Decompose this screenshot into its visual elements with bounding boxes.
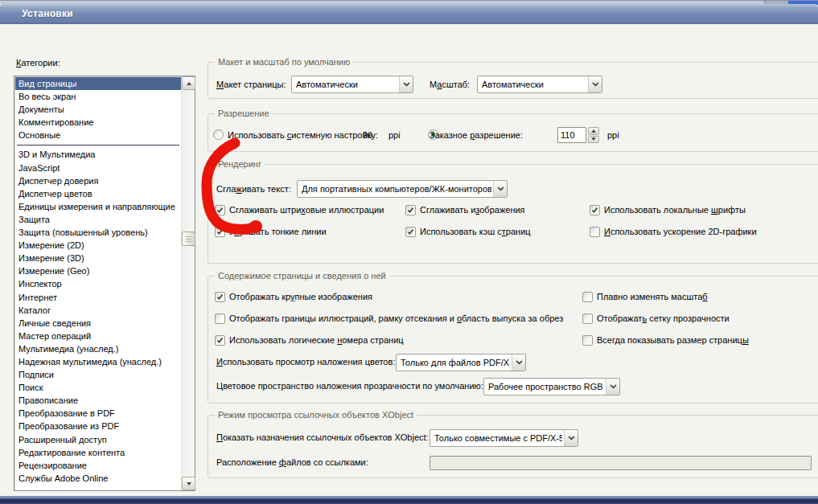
- rendering-checkbox-label: Использовать ускорение 2D-графики: [604, 227, 757, 236]
- spinner-down-button[interactable]: [588, 136, 599, 144]
- rendering-checkbox-box[interactable]: [590, 227, 600, 237]
- category-item[interactable]: Инспектор: [15, 277, 181, 290]
- spinner-up-button[interactable]: [588, 127, 599, 135]
- category-item[interactable]: Измерение (3D): [15, 252, 181, 264]
- page-content-checkbox-label: Отображать крупные изображения: [229, 292, 372, 301]
- page-content-left-checkboxes: Отображать крупные изображенияОтображать…: [215, 291, 563, 346]
- system-resolution-label: Использовать системную настройку:: [228, 130, 378, 140]
- category-item[interactable]: Защита (повышенный уровень): [15, 226, 181, 239]
- page-content-checkbox-box[interactable]: [215, 313, 225, 324]
- zoom-value: Автоматически: [482, 80, 586, 89]
- system-resolution-radio[interactable]: [213, 129, 224, 140]
- triangle-up-icon: [591, 129, 596, 133]
- page-layout-value: Автоматически: [296, 80, 397, 89]
- rendering-checkbox-box[interactable]: [590, 205, 600, 215]
- category-item[interactable]: Преобразование из PDF: [15, 420, 181, 432]
- category-item[interactable]: Расширенный доступ: [15, 433, 181, 446]
- category-item[interactable]: Личные сведения: [15, 317, 181, 330]
- smooth-text-select[interactable]: Для портативных компьютеров/ЖК-мониторов: [297, 180, 508, 198]
- category-item[interactable]: Интернет: [15, 291, 181, 304]
- rendering-checkbox-box[interactable]: [405, 205, 416, 215]
- categories-list: Вид страницыВо весь экранДокументыКоммен…: [15, 77, 181, 485]
- xobject-show-value: Только совместимые с PDF/X-5: [434, 433, 562, 443]
- group-xobject-legend: Режим просмотра ссылочных объектов XObje…: [215, 410, 417, 420]
- categories-scrollbar[interactable]: [181, 76, 195, 490]
- chevron-down-icon: [512, 354, 525, 371]
- category-item[interactable]: Основные: [15, 129, 181, 141]
- window-bottom-edge: [0, 496, 818, 504]
- rendering-checkbox-grid: Сглаживать штриховые иллюстрацииСглажива…: [215, 204, 757, 237]
- category-item[interactable]: Во весь экран: [15, 90, 181, 103]
- category-item[interactable]: Комментирование: [15, 116, 181, 129]
- page-content-checkbox-label: Отображать границы иллюстраций, рамку от…: [229, 313, 563, 323]
- page-content-checkbox: Всегда показывать размер страницы: [582, 334, 749, 346]
- category-item[interactable]: Надежная мультимедиа (унаслед.): [15, 355, 181, 368]
- page-layout-label: Макет страницы:: [216, 80, 286, 89]
- scroll-thumb[interactable]: [182, 232, 195, 246]
- category-item[interactable]: Единицы измерения и направляющие: [15, 200, 181, 213]
- category-item[interactable]: Редактирование контента: [15, 446, 181, 459]
- category-item[interactable]: Каталог: [15, 304, 181, 317]
- category-item[interactable]: Измерение (2D): [15, 239, 181, 252]
- category-item[interactable]: Преобразование в PDF: [15, 407, 181, 420]
- rendering-checkbox: Использовать ускорение 2D-графики: [590, 226, 757, 237]
- rendering-checkbox-box[interactable]: [215, 227, 225, 237]
- system-resolution-unit: ppi: [388, 130, 401, 140]
- category-item[interactable]: Мультимедиа (унаслед.): [15, 342, 181, 355]
- category-item[interactable]: Мастер операций: [15, 330, 181, 342]
- page-layout-select[interactable]: Автоматически: [291, 76, 413, 93]
- category-item[interactable]: Рецензирование: [15, 459, 181, 472]
- blend-space-value: Рабочее пространство RGB: [488, 382, 604, 391]
- preferences-dialog: Установки Категории: Вид страницыВо весь…: [0, 0, 818, 504]
- overprint-preview-value: Только для файлов PDF/X: [401, 358, 510, 367]
- chevron-down-icon: [399, 76, 413, 92]
- category-item[interactable]: Диспетчер цветов: [15, 187, 181, 200]
- group-page-content: Содержимое страницы и сведения о ней Ото…: [208, 276, 818, 404]
- category-item[interactable]: Диспетчер доверия: [15, 174, 181, 187]
- page-content-checkbox-box[interactable]: [582, 313, 593, 324]
- category-item[interactable]: Документы: [15, 103, 181, 116]
- rendering-checkbox-label: Сглаживать штриховые иллюстрации: [229, 205, 384, 215]
- category-item[interactable]: Службы Adobe Online: [15, 472, 181, 485]
- xobject-show-select[interactable]: Только совместимые с PDF/X-5: [430, 429, 578, 447]
- title-bar[interactable]: Установки: [0, 4, 818, 24]
- zoom-select[interactable]: Автоматически: [477, 76, 602, 93]
- rendering-checkbox: Сглаживать изображения: [405, 204, 590, 215]
- smooth-text-value: Для портативных компьютеров/ЖК-мониторов: [302, 184, 491, 194]
- category-item[interactable]: Подписи: [15, 368, 181, 381]
- category-item[interactable]: Вид страницы: [15, 77, 181, 90]
- rendering-checkbox: Улучшать тонкие линии: [215, 226, 405, 237]
- rendering-checkbox-box[interactable]: [405, 227, 416, 237]
- page-content-checkbox-label: Отображать сетку прозрачности: [597, 313, 730, 323]
- group-rendering: Рендеринг Сглаживать текст: Для портатив…: [208, 164, 818, 264]
- page-content-checkbox-box[interactable]: [215, 335, 225, 346]
- category-item[interactable]: 3D и Мультимедиа: [15, 148, 181, 161]
- rendering-checkbox-box[interactable]: [215, 205, 225, 215]
- rendering-checkbox-label: Сглаживать изображения: [420, 205, 525, 215]
- category-item[interactable]: Правописание: [15, 394, 181, 407]
- category-item[interactable]: JavaScript: [15, 162, 181, 174]
- category-item[interactable]: Поиск: [15, 381, 181, 394]
- scroll-down-button[interactable]: [182, 477, 195, 490]
- page-content-checkbox: Отображать границы иллюстраций, рамку от…: [215, 313, 563, 324]
- blend-space-select[interactable]: Рабочее пространство RGB: [483, 378, 620, 395]
- page-content-checkbox-box[interactable]: [215, 292, 225, 302]
- custom-resolution-unit: ppi: [607, 130, 619, 140]
- rendering-checkbox: Сглаживать штриховые иллюстрации: [215, 204, 405, 215]
- blend-space-label: Цветовое пространство наложения прозрачн…: [216, 381, 483, 391]
- zoom-label: Масштаб:: [430, 80, 470, 89]
- page-content-checkbox-box[interactable]: [582, 335, 593, 346]
- category-item[interactable]: Защита: [15, 213, 181, 226]
- rendering-checkbox: Использовать локальные шрифты: [590, 204, 757, 215]
- custom-resolution-input[interactable]: [557, 127, 586, 143]
- check-icon: [216, 293, 224, 301]
- page-content-checkbox-box[interactable]: [582, 292, 593, 302]
- triangle-up-icon: [187, 82, 191, 85]
- xobject-show-label: Показать назначения ссылочных объектов X…: [216, 432, 429, 442]
- page-content-checkbox: Использовать логические номера страниц: [215, 334, 563, 346]
- overprint-preview-select[interactable]: Только для файлов PDF/X: [396, 354, 526, 371]
- scroll-up-button[interactable]: [182, 76, 195, 90]
- page-content-checkbox-label: Использовать логические номера страниц: [229, 335, 404, 345]
- category-item[interactable]: Измерение (Geo): [15, 264, 181, 277]
- categories-listbox[interactable]: Вид страницыВо весь экранДокументыКоммен…: [14, 76, 195, 491]
